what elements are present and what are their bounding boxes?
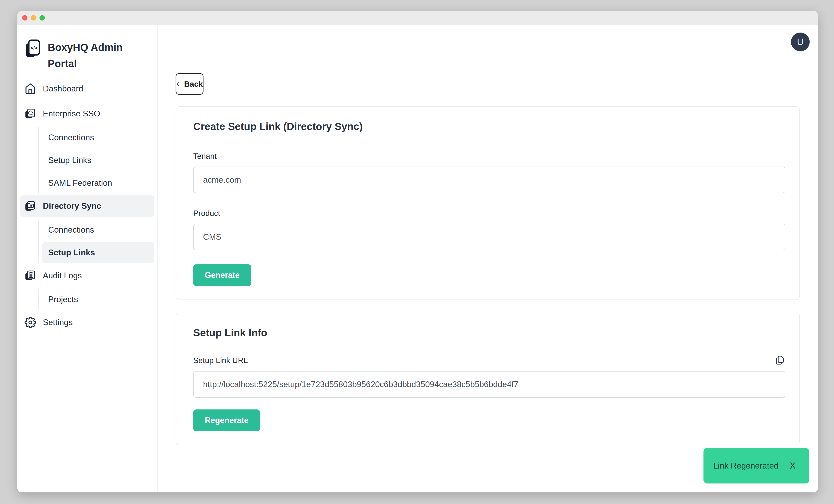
- audit-logs-subnav: Projects: [38, 289, 154, 310]
- app-title: BoxyHQ Admin Portal: [48, 39, 126, 72]
- copy-button[interactable]: [775, 355, 785, 366]
- audit-logs-box-icon: [25, 270, 36, 281]
- toast-message: Link Regenerated: [713, 461, 778, 471]
- card-title: Setup Link Info: [193, 326, 785, 339]
- app-window: </> BoxyHQ Admin Portal Dashboard: [17, 11, 818, 492]
- main-area: U Back Create Setup Link (Directory Sync…: [157, 25, 818, 492]
- copy-icon: [775, 355, 785, 366]
- sso-cloud-box-icon: [25, 108, 36, 119]
- setup-link-url-row: Setup Link URL: [193, 355, 785, 366]
- sidebar-item-saml-federation[interactable]: SAML Federation: [42, 173, 154, 193]
- sidebar-item-label: Settings: [43, 318, 73, 327]
- directory-sync-subnav: Connections Setup Links: [38, 220, 154, 263]
- sidebar-nav: Dashboard Enterprise SSO Connections: [17, 78, 157, 333]
- setup-link-url-label: Setup Link URL: [193, 357, 248, 364]
- tenant-input[interactable]: [193, 166, 785, 193]
- sidebar-item-sso-setup-links[interactable]: Setup Links: [42, 150, 154, 171]
- directory-sync-box-icon: [25, 200, 36, 212]
- sidebar-item-label: Connections: [48, 225, 94, 235]
- back-button-label: Back: [184, 79, 203, 89]
- sidebar-item-label: Connections: [48, 133, 94, 142]
- svg-text:</>: </>: [30, 45, 38, 51]
- sidebar-item-label: SAML Federation: [48, 178, 112, 188]
- sidebar-item-label: Setup Links: [48, 156, 91, 165]
- app-body: </> BoxyHQ Admin Portal Dashboard: [17, 25, 818, 492]
- sidebar-item-dashboard[interactable]: Dashboard: [20, 78, 154, 99]
- header-bar: U: [157, 25, 818, 59]
- sidebar-item-sso-connections[interactable]: Connections: [42, 127, 154, 148]
- close-window-button[interactable]: [22, 15, 27, 21]
- boxyhq-logo-icon: </>: [25, 39, 40, 59]
- create-setup-link-card: Create Setup Link (Directory Sync) Tenan…: [176, 106, 800, 300]
- sidebar-item-label: Dashboard: [43, 84, 83, 93]
- toast-close-button[interactable]: X: [790, 461, 795, 471]
- sidebar-item-settings[interactable]: Settings: [20, 312, 154, 333]
- sidebar: </> BoxyHQ Admin Portal Dashboard: [17, 25, 157, 492]
- setup-link-url-input[interactable]: [193, 371, 785, 398]
- setup-link-info-card: Setup Link Info Setup Link URL Regenerat…: [176, 313, 800, 445]
- sidebar-item-label: Enterprise SSO: [43, 109, 100, 118]
- card-title: Create Setup Link (Directory Sync): [193, 120, 785, 133]
- back-button[interactable]: Back: [176, 73, 203, 95]
- window-titlebar: [17, 11, 818, 25]
- app-logo: </> BoxyHQ Admin Portal: [17, 25, 157, 72]
- zoom-window-button[interactable]: [40, 15, 45, 21]
- sidebar-item-enterprise-sso[interactable]: Enterprise SSO: [20, 103, 154, 124]
- arrow-left-icon: [176, 79, 182, 89]
- sidebar-item-label: Directory Sync: [43, 201, 101, 211]
- toast-notification: Link Regenerated X: [703, 448, 809, 483]
- tenant-label: Tenant: [193, 152, 785, 160]
- sidebar-item-label: Projects: [48, 295, 78, 304]
- generate-button[interactable]: Generate: [193, 264, 251, 286]
- product-label: Product: [193, 209, 785, 217]
- enterprise-sso-subnav: Connections Setup Links SAML Federation: [38, 127, 154, 193]
- page-content: Back Create Setup Link (Directory Sync) …: [157, 59, 818, 445]
- user-avatar[interactable]: U: [791, 32, 810, 51]
- sidebar-item-label: Setup Links: [48, 248, 95, 257]
- sidebar-item-directory-sync[interactable]: Directory Sync: [20, 196, 154, 217]
- home-icon: [25, 83, 36, 95]
- sidebar-item-dsync-connections[interactable]: Connections: [42, 220, 154, 240]
- sidebar-item-projects[interactable]: Projects: [42, 289, 154, 310]
- regenerate-button[interactable]: Regenerate: [193, 409, 260, 431]
- sidebar-item-dsync-setup-links[interactable]: Setup Links: [42, 242, 154, 263]
- sidebar-item-label: Audit Logs: [43, 271, 82, 280]
- gear-icon: [25, 317, 36, 328]
- sidebar-item-audit-logs[interactable]: Audit Logs: [20, 265, 154, 287]
- product-input[interactable]: [193, 224, 785, 250]
- minimize-window-button[interactable]: [31, 15, 36, 21]
